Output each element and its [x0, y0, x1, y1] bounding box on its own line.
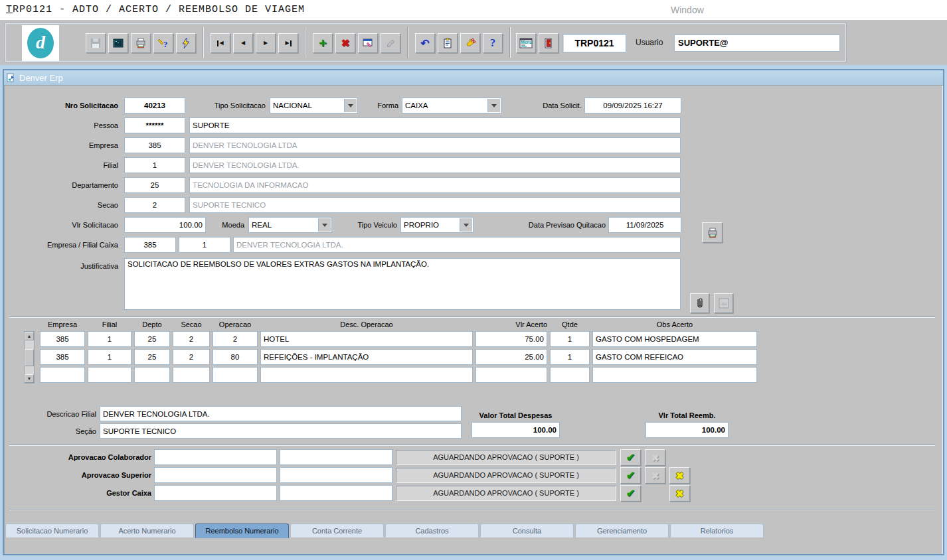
approval-field-2[interactable] — [280, 467, 392, 483]
grid-cell[interactable]: GASTO COM HOSPEDAGEM — [592, 331, 757, 347]
nro-solicitacao-field[interactable]: 40213 — [124, 98, 185, 113]
approval-field-1[interactable] — [154, 449, 277, 465]
tab-reembolso-numerario[interactable]: Reembolso Numerario — [195, 524, 289, 538]
table-row[interactable]: 385 1 25 2 80 REFEIÇÕES - IMPLANTAÇÃO 25… — [40, 349, 757, 365]
nav-prev-button[interactable]: ◀ — [233, 33, 253, 53]
caixa-empresa-field[interactable]: 385 — [124, 237, 176, 253]
justificativa-textarea[interactable]: SOLICITACAO DE REEMBOLSO DE VALORES EXTR… — [124, 258, 681, 310]
grid-cell[interactable] — [213, 367, 258, 383]
grid-cell[interactable]: 25 — [134, 349, 170, 365]
grid-cell[interactable]: 1 — [550, 331, 590, 347]
grid-cell[interactable] — [134, 367, 170, 383]
tab-solicitacao-numerario[interactable]: Solicitacao Numerario — [5, 524, 99, 537]
undo-button[interactable]: ↶ — [415, 33, 435, 53]
exit-button[interactable] — [539, 33, 559, 53]
grid-cell[interactable]: 385 — [40, 331, 85, 347]
approval-field-2[interactable] — [280, 449, 392, 465]
reject-disabled-button[interactable]: ✖ — [645, 449, 665, 466]
grid-cell[interactable]: 1 — [550, 349, 590, 365]
pessoa-desc-field[interactable]: SUPORTE — [189, 117, 681, 133]
add-record-button[interactable]: + — [313, 33, 333, 53]
approve-button[interactable]: ✔ — [620, 449, 641, 466]
grid-scrollbar[interactable]: ▲ ▼ — [24, 331, 35, 384]
hand-cut-button[interactable] — [460, 33, 480, 53]
grid-cell[interactable]: GASTO COM REFEICAO — [592, 349, 757, 365]
grid-cell[interactable]: 25.00 — [475, 349, 547, 365]
grid-cell[interactable]: 2 — [173, 331, 210, 347]
grid-cell[interactable] — [592, 367, 757, 383]
help-wizard-button[interactable]: ? — [153, 33, 173, 53]
execute-button[interactable] — [176, 33, 196, 53]
data-previsao-field[interactable]: 11/09/2025 — [608, 217, 681, 233]
print-button[interactable] — [131, 33, 151, 53]
menu-button[interactable]: Menu Menu — [516, 33, 536, 53]
grid-cell[interactable] — [40, 367, 85, 383]
chevron-down-icon[interactable] — [460, 218, 472, 232]
grid-cell[interactable] — [173, 367, 210, 383]
grid-cell[interactable]: REFEIÇÕES - IMPLANTAÇÃO — [260, 349, 473, 365]
grid-cell[interactable]: HOTEL — [260, 331, 473, 347]
tab-conta-corrente[interactable]: Conta Corrente — [290, 524, 384, 537]
grid-cell[interactable]: 80 — [213, 349, 258, 365]
moeda-combo[interactable]: REAL — [248, 217, 332, 233]
tab-relatorios[interactable]: Relatorios — [670, 524, 764, 537]
window-titlebar[interactable]: Denver Erp — [4, 70, 943, 85]
caixa-filial-field[interactable]: 1 — [179, 237, 230, 253]
grid-cell[interactable] — [260, 367, 473, 383]
reject-disabled-button[interactable]: ✖ — [645, 467, 665, 484]
tab-cadastros[interactable]: Cadastros — [385, 524, 479, 537]
pessoa-code-field[interactable]: ****** — [124, 117, 185, 133]
nav-last-button[interactable]: ▶ — [278, 33, 298, 53]
empresa-code-field[interactable]: 385 — [124, 137, 185, 153]
image-note-button[interactable] — [714, 293, 733, 313]
grid-cell[interactable] — [475, 367, 547, 383]
grid-cell[interactable]: 1 — [88, 331, 131, 347]
scroll-up-icon[interactable]: ▲ — [25, 332, 34, 340]
grid-cell[interactable] — [88, 367, 131, 383]
departamento-code-field[interactable]: 25 — [124, 177, 185, 193]
help-button[interactable]: ? — [483, 33, 503, 53]
nav-next-button[interactable]: ▶ — [256, 33, 276, 53]
edit-record-button[interactable] — [358, 33, 378, 53]
save-button[interactable] — [86, 33, 106, 53]
approve-button[interactable]: ✔ — [620, 485, 641, 502]
scroll-down-icon[interactable]: ▼ — [25, 374, 34, 383]
usuario-field[interactable]: SUPORTE@ — [674, 35, 840, 52]
tab-consulta[interactable]: Consulta — [480, 524, 574, 537]
tab-gerenciamento[interactable]: Gerenciamento — [575, 524, 669, 537]
clipboard-button[interactable] — [438, 33, 458, 53]
table-row[interactable] — [40, 367, 757, 383]
approval-field-1[interactable] — [154, 485, 277, 501]
chevron-down-icon[interactable] — [344, 99, 357, 112]
approve-button[interactable]: ✔ — [620, 467, 641, 484]
screen-button[interactable] — [108, 33, 128, 53]
table-row[interactable]: 385 1 25 2 2 HOTEL 75.00 1 GASTO COM HOS… — [40, 331, 757, 347]
vlr-solicitacao-field[interactable]: 100.00 — [124, 217, 206, 233]
form-print-button[interactable] — [702, 222, 723, 243]
clear-record-button[interactable] — [381, 33, 400, 53]
delete-record-button[interactable]: ✖ — [335, 33, 355, 53]
nav-first-button[interactable]: ◀ — [211, 33, 230, 53]
menu-window[interactable]: Window — [671, 5, 704, 15]
grid-cell[interactable]: 2 — [213, 331, 258, 347]
grid-cell[interactable]: 385 — [40, 349, 85, 365]
cancel-button[interactable]: ✖ — [669, 485, 690, 502]
tipo-solicitacao-combo[interactable]: NACIONAL — [270, 98, 358, 113]
chevron-down-icon[interactable] — [318, 218, 331, 232]
forma-combo[interactable]: CAIXA — [402, 98, 501, 113]
approval-field-1[interactable] — [154, 467, 277, 483]
grid-cell[interactable]: 1 — [88, 349, 131, 365]
data-solicit-field[interactable]: 09/09/2025 16:27 — [584, 98, 681, 113]
grid-cell[interactable]: 75.00 — [475, 331, 547, 347]
cancel-button[interactable]: ✖ — [669, 467, 690, 484]
scroll-thumb[interactable] — [25, 349, 34, 366]
tab-acerto-numerario[interactable]: Acerto Numerario — [100, 524, 194, 537]
grid-cell[interactable]: 2 — [173, 349, 210, 365]
tipo-veiculo-combo[interactable]: PROPRIO — [400, 217, 474, 233]
grid-cell[interactable]: 25 — [134, 331, 170, 347]
secao-code-field[interactable]: 2 — [124, 197, 185, 213]
approval-field-2[interactable] — [280, 485, 392, 501]
attachment-button[interactable] — [690, 293, 709, 313]
filial-code-field[interactable]: 1 — [124, 157, 185, 173]
chevron-down-icon[interactable] — [487, 99, 500, 112]
